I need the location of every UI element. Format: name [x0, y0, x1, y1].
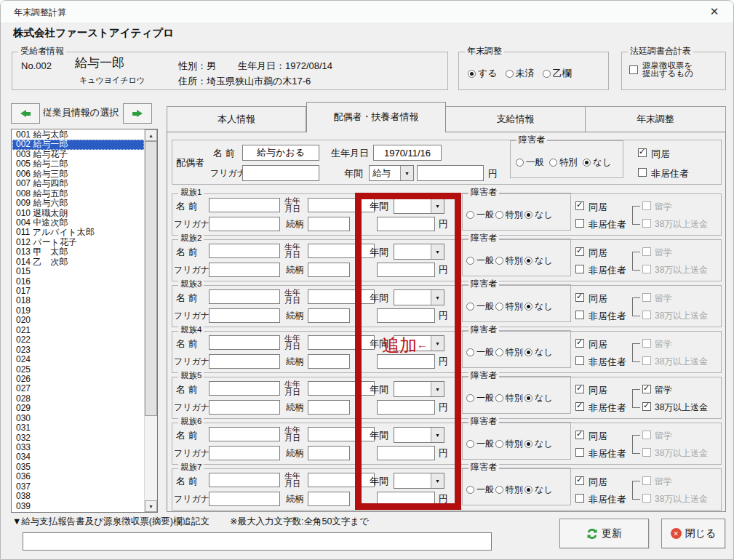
relative-name-input[interactable] — [209, 244, 280, 258]
relative-nonresident-checkbox[interactable] — [575, 356, 584, 365]
employee-list-item[interactable]: 016 — [12, 277, 144, 287]
relative-amount-input[interactable] — [377, 354, 435, 369]
relative-kana-input[interactable] — [209, 446, 280, 460]
combo-dropdown-icon[interactable]: ▼ — [431, 199, 444, 213]
radio-option[interactable]: 特別 — [495, 438, 523, 450]
employee-list-item[interactable]: 023 — [12, 345, 144, 355]
relative-name-input[interactable] — [209, 335, 280, 350]
relative-cohabit-checkbox[interactable] — [575, 201, 584, 210]
relative-relation-input[interactable] — [308, 492, 350, 506]
employee-list-item[interactable]: 035 — [12, 463, 144, 472]
radio-option[interactable]: なし — [524, 300, 553, 313]
radio-option[interactable]: なし — [524, 392, 553, 404]
relative-relation-input[interactable] — [308, 354, 350, 369]
employee-list-item[interactable]: 014 乙 次郎 — [12, 257, 144, 267]
employee-list-item[interactable]: 018 — [12, 296, 144, 305]
relative-amount-input[interactable] — [377, 400, 435, 415]
radio-option[interactable]: 特別 — [495, 484, 523, 496]
relative-cohabit-checkbox[interactable] — [575, 385, 584, 393]
employee-list-item[interactable]: 012 パート花子 — [12, 238, 144, 247]
employee-list-item[interactable]: 022 — [12, 335, 144, 345]
relative-annual-type-combo[interactable]: ▼ — [394, 289, 444, 305]
employee-list-item[interactable]: 028 — [12, 394, 144, 404]
employee-list-item[interactable]: 006 給与三郎 — [12, 169, 144, 179]
employee-list-item[interactable]: 026 — [12, 375, 144, 384]
relative-remittance-checkbox[interactable] — [642, 311, 651, 319]
relative-amount-input[interactable] — [377, 217, 435, 231]
relative-birth-input[interactable] — [308, 198, 375, 212]
relative-cohabit-checkbox[interactable] — [575, 247, 584, 256]
employee-list-item[interactable]: 011 アルバイト太郎 — [12, 228, 144, 237]
employee-list-item[interactable]: 031 — [12, 423, 144, 433]
relative-study-checkbox[interactable] — [642, 385, 651, 393]
radio-option[interactable]: 一般 — [466, 346, 494, 359]
relative-name-input[interactable] — [209, 427, 280, 441]
relative-amount-input[interactable] — [377, 492, 435, 506]
close-dialog-button[interactable]: ✕ 閉じる — [661, 519, 725, 548]
radio-option[interactable]: 一般 — [466, 255, 494, 267]
relative-name-input[interactable] — [209, 289, 280, 304]
window-close-button[interactable]: ✕ — [704, 3, 725, 20]
relative-kana-input[interactable] — [209, 217, 280, 231]
employee-list-item[interactable]: 017 — [12, 287, 144, 296]
prev-employee-button[interactable] — [11, 103, 40, 124]
relative-kana-input[interactable] — [209, 263, 280, 277]
relative-nonresident-checkbox[interactable] — [575, 402, 584, 411]
employee-list-item[interactable]: 037 — [12, 482, 144, 492]
combo-dropdown-icon[interactable]: ▼ — [431, 244, 444, 259]
radio-option[interactable]: なし — [524, 438, 553, 450]
employee-list-item[interactable]: 005 給与二郎 — [12, 159, 144, 169]
radio-option[interactable]: 一般 — [466, 209, 494, 221]
tab-0[interactable]: 本人情報 — [167, 106, 306, 132]
relative-kana-input[interactable] — [209, 400, 280, 415]
combo-dropdown-icon[interactable]: ▼ — [431, 428, 444, 442]
relative-name-input[interactable] — [209, 198, 280, 212]
relative-remittance-checkbox[interactable] — [642, 402, 651, 411]
radio-option[interactable]: 特別 — [495, 392, 523, 404]
radio-option[interactable]: 特別 — [495, 346, 523, 359]
employee-list-item[interactable]: 008 給与五郎 — [12, 189, 144, 199]
submit-withholding-checkbox[interactable] — [629, 65, 638, 74]
radio-option[interactable]: なし — [524, 346, 553, 359]
radio-option[interactable]: なし — [583, 156, 612, 169]
radio-option[interactable]: 特別 — [495, 209, 523, 221]
relative-annual-type-combo[interactable]: ▼ — [394, 381, 444, 397]
employee-list-item[interactable]: 019 — [12, 306, 144, 316]
relative-study-checkbox[interactable] — [642, 431, 651, 439]
employee-list-item[interactable]: 029 — [12, 404, 144, 413]
employee-list-item[interactable]: 009 給与六郎 — [12, 199, 144, 208]
radio-option[interactable]: 一般 — [466, 484, 494, 496]
relative-name-input[interactable] — [209, 381, 280, 396]
relative-cohabit-checkbox[interactable] — [575, 431, 584, 439]
radio-option[interactable]: 特別 — [495, 300, 523, 313]
relative-relation-input[interactable] — [308, 308, 350, 323]
radio-option[interactable]: 未済 — [506, 67, 535, 80]
relative-annual-type-combo[interactable]: ▼ — [394, 198, 444, 214]
employee-list-item[interactable]: 003 給与花子 — [12, 150, 144, 159]
relative-remittance-checkbox[interactable] — [642, 448, 651, 457]
relative-annual-type-combo[interactable]: ▼ — [394, 335, 444, 351]
spouse-cohabit-checkbox[interactable] — [638, 148, 647, 157]
radio-option[interactable]: 一般 — [516, 156, 544, 169]
relative-kana-input[interactable] — [209, 308, 280, 323]
employee-list-item[interactable]: 013 甲 太郎 — [12, 247, 144, 257]
spouse-name-input[interactable] — [242, 145, 319, 161]
relative-study-checkbox[interactable] — [642, 201, 651, 210]
tab-3[interactable]: 年末調整 — [586, 106, 726, 132]
relative-nonresident-checkbox[interactable] — [575, 494, 584, 503]
radio-option[interactable]: 乙欄 — [543, 67, 572, 80]
relative-birth-input[interactable] — [308, 381, 375, 396]
relative-nonresident-checkbox[interactable] — [575, 265, 584, 273]
relative-remittance-checkbox[interactable] — [642, 219, 651, 228]
relative-nonresident-checkbox[interactable] — [575, 448, 584, 457]
relative-name-input[interactable] — [209, 473, 280, 487]
employee-list-item[interactable]: 001 給与太郎 — [12, 130, 144, 140]
employee-list-item[interactable]: 002 給与一郎 — [12, 140, 144, 149]
employee-list-item[interactable]: 027 — [12, 384, 144, 393]
relative-study-checkbox[interactable] — [642, 247, 651, 256]
tab-1[interactable]: 配偶者・扶養者情報 — [306, 102, 446, 132]
next-employee-button[interactable] — [123, 103, 152, 124]
radio-option[interactable]: なし — [524, 255, 553, 267]
relative-relation-input[interactable] — [308, 217, 350, 231]
spouse-amount-input[interactable] — [417, 165, 484, 181]
